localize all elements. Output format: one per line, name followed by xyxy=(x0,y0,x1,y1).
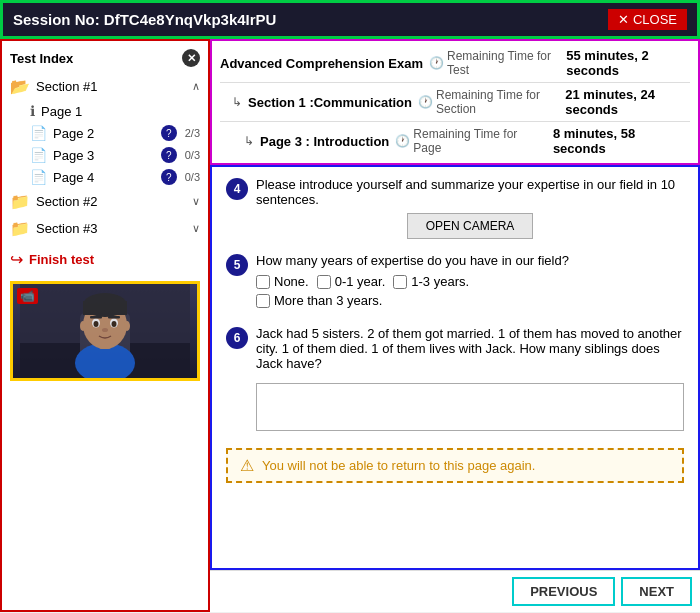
folder-open-icon: 📂 xyxy=(10,77,30,96)
sidebar-item-page1[interactable]: ℹ Page 1 xyxy=(2,100,208,122)
question-5-options-row1: None. 0-1 year. 1-3 years. xyxy=(256,274,684,289)
option-1-3: 1-3 years. xyxy=(393,274,469,289)
option-none-checkbox[interactable] xyxy=(256,275,270,289)
sidebar-item-page3[interactable]: 📄 Page 3 ? 0/3 xyxy=(2,144,208,166)
svg-rect-7 xyxy=(83,301,127,315)
warning-box: ⚠ You will not be able to return to this… xyxy=(226,448,684,483)
folder-closed-icon: 📁 xyxy=(10,219,30,238)
sidebar: Test Index ✕ 📂 Section #1 ∧ ℹ Page 1 📄 P… xyxy=(0,39,210,612)
open-camera-button[interactable]: OPEN CAMERA xyxy=(407,213,534,239)
next-button[interactable]: NEXT xyxy=(621,577,692,606)
question-4-body: Please introduce yourself and summarize … xyxy=(256,177,684,239)
svg-rect-13 xyxy=(108,316,120,319)
option-more-3-checkbox[interactable] xyxy=(256,294,270,308)
camera-recording-badge: 📹 xyxy=(17,288,38,304)
option-0-1-label: 0-1 year. xyxy=(335,274,386,289)
question-6-answer-input[interactable] xyxy=(256,383,684,431)
exam-clock-icon: 🕐 Remaining Time for Test xyxy=(429,49,560,77)
page-doc-icon: 📄 xyxy=(30,125,47,141)
chevron-down-icon: ∨ xyxy=(192,195,200,208)
session-id: Session No: DfTC4e8YnqVkp3k4IrPU xyxy=(13,11,276,28)
close-x-icon: ✕ xyxy=(618,12,629,27)
sidebar-header: Test Index ✕ xyxy=(2,47,208,73)
question-4-text: Please introduce yourself and summarize … xyxy=(256,177,684,207)
option-more-3-label: More than 3 years. xyxy=(274,293,382,308)
question-5-body: How many years of expertise do you have … xyxy=(256,253,684,312)
exam-timer-row: Advanced Comprehension Exam 🕐 Remaining … xyxy=(220,45,690,81)
question-6-body: Jack had 5 sisters. 2 of them got marrie… xyxy=(256,326,684,434)
page-doc-red-icon: 📄 xyxy=(30,147,47,163)
page-time-value: 8 minutes, 58 seconds xyxy=(553,126,690,156)
question-5-text: How many years of expertise do you have … xyxy=(256,253,684,268)
option-none: None. xyxy=(256,274,309,289)
warning-text: You will not be able to return to this p… xyxy=(262,458,535,473)
question-5-block: 5 How many years of expertise do you hav… xyxy=(226,253,684,312)
svg-point-14 xyxy=(102,328,108,332)
svg-rect-12 xyxy=(90,316,102,319)
arrow-right-icon: ↳ xyxy=(244,134,254,148)
person-silhouette xyxy=(20,283,190,379)
page2-badge: ? xyxy=(161,125,177,141)
timer-bar: Advanced Comprehension Exam 🕐 Remaining … xyxy=(210,39,700,165)
question-6-number: 6 xyxy=(226,327,248,349)
page3-badge: ? xyxy=(161,147,177,163)
chevron-down-icon: ∨ xyxy=(192,222,200,235)
content-area: Advanced Comprehension Exam 🕐 Remaining … xyxy=(210,39,700,612)
sidebar-item-section3[interactable]: 📁 Section #3 ∨ xyxy=(2,215,208,242)
page-clock-icon: 🕐 Remaining Time for Page xyxy=(395,127,547,155)
sidebar-item-page4[interactable]: 📄 Page 4 ? 0/3 xyxy=(2,166,208,188)
exam-time-value: 55 minutes, 2 seconds xyxy=(566,48,690,78)
previous-button[interactable]: PREVIOUS xyxy=(512,577,615,606)
question-6-block: 6 Jack had 5 sisters. 2 of them got marr… xyxy=(226,326,684,434)
sidebar-item-section2[interactable]: 📁 Section #2 ∨ xyxy=(2,188,208,215)
question-4-block: 4 Please introduce yourself and summariz… xyxy=(226,177,684,239)
sidebar-item-section1[interactable]: 📂 Section #1 ∧ xyxy=(2,73,208,100)
exam-label: Advanced Comprehension Exam xyxy=(220,56,423,71)
section-timer-row: ↳ Section 1 :Communication 🕐 Remaining T… xyxy=(220,84,690,120)
option-0-1: 0-1 year. xyxy=(317,274,386,289)
session-header: Session No: DfTC4e8YnqVkp3k4IrPU ✕ CLOSE xyxy=(0,0,700,39)
question-4-number: 4 xyxy=(226,178,248,200)
question-6-text: Jack had 5 sisters. 2 of them got marrie… xyxy=(256,326,684,371)
question-5-number: 5 xyxy=(226,254,248,276)
page-doc-icon: ℹ xyxy=(30,103,35,119)
main-layout: Test Index ✕ 📂 Section #1 ∧ ℹ Page 1 📄 P… xyxy=(0,39,700,612)
svg-point-11 xyxy=(112,321,117,327)
option-0-1-checkbox[interactable] xyxy=(317,275,331,289)
svg-point-16 xyxy=(124,321,130,331)
section-label: Section 1 :Communication xyxy=(248,95,412,110)
arrow-right-icon: ↳ xyxy=(232,95,242,109)
camera-preview: 📹 xyxy=(10,281,200,381)
questions-area: 4 Please introduce yourself and summariz… xyxy=(210,165,700,570)
page-doc-icon: 📄 xyxy=(30,169,47,185)
option-1-3-label: 1-3 years. xyxy=(411,274,469,289)
option-1-3-checkbox[interactable] xyxy=(393,275,407,289)
page-label: Page 3 : Introduction xyxy=(260,134,389,149)
option-more-3: More than 3 years. xyxy=(256,293,382,308)
sidebar-item-finish-test[interactable]: ↪ Finish test xyxy=(2,246,208,273)
bottom-navigation: PREVIOUS NEXT xyxy=(210,570,700,612)
chevron-up-icon: ∧ xyxy=(192,80,200,93)
warning-icon: ⚠ xyxy=(240,456,254,475)
section-clock-icon: 🕐 Remaining Time for Section xyxy=(418,88,559,116)
test-index-label: Test Index xyxy=(10,51,73,66)
finish-icon: ↪ xyxy=(10,250,23,269)
folder-closed-icon: 📁 xyxy=(10,192,30,211)
option-none-label: None. xyxy=(274,274,309,289)
camera-feed xyxy=(13,284,197,378)
sidebar-item-page2[interactable]: 📄 Page 2 ? 2/3 xyxy=(2,122,208,144)
svg-point-10 xyxy=(94,321,99,327)
question-5-options-row2: More than 3 years. xyxy=(256,293,684,308)
page4-badge: ? xyxy=(161,169,177,185)
svg-point-15 xyxy=(80,321,86,331)
close-button[interactable]: ✕ CLOSE xyxy=(608,9,687,30)
section-time-value: 21 minutes, 24 seconds xyxy=(565,87,690,117)
page-timer-row: ↳ Page 3 : Introduction 🕐 Remaining Time… xyxy=(220,123,690,159)
sidebar-close-button[interactable]: ✕ xyxy=(182,49,200,67)
